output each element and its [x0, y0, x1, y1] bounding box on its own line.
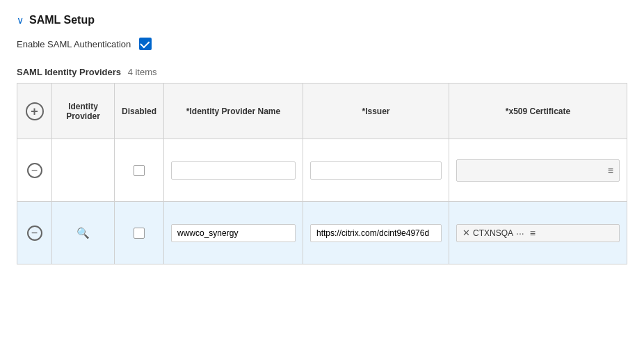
td-cert-2: ✕ CTXNSQA ··· ≡: [449, 202, 627, 264]
table-label-row: SAML Identity Providers 4 items: [17, 67, 627, 77]
td-name-1: [164, 139, 303, 202]
td-disabled-1: [115, 139, 164, 202]
disabled-checkbox-2[interactable]: [134, 228, 145, 239]
td-name-2: [164, 202, 303, 264]
cert-name-label: CTXNSQA: [473, 228, 513, 238]
enable-saml-row: Enable SAML Authentication: [17, 38, 627, 50]
th-cert: *x509 Certificate: [449, 84, 627, 139]
issuer-input-2[interactable]: [310, 224, 442, 242]
td-issuer-1: [303, 139, 449, 202]
remove-row-1-button[interactable]: −: [27, 163, 42, 178]
cert-list-icon-1[interactable]: ≡: [608, 165, 613, 176]
th-issuer: *Issuer: [303, 84, 449, 139]
cert-tag: ✕ CTXNSQA ···: [462, 228, 524, 239]
td-identity-provider-2: 🔍: [52, 202, 115, 264]
td-cert-1: ≡: [449, 139, 627, 202]
td-identity-provider-1: [52, 139, 115, 202]
table-header-row: + Identity Provider Disabled *Identity P…: [17, 84, 627, 139]
table-row: − 🔍 ✕ CTXNSQA ···: [17, 202, 627, 264]
enable-saml-checkbox[interactable]: [139, 38, 152, 50]
remove-row-2-button[interactable]: −: [27, 225, 42, 241]
th-disabled: Disabled: [115, 84, 164, 139]
th-actions: +: [17, 84, 52, 139]
td-issuer-2: [303, 202, 449, 264]
issuer-input-1[interactable]: [310, 161, 442, 180]
cert-list-icon-2[interactable]: ≡: [530, 228, 536, 239]
disabled-checkbox-1[interactable]: [134, 165, 145, 176]
enable-saml-label: Enable SAML Authentication: [17, 39, 131, 49]
items-count: 4 items: [128, 67, 157, 77]
cert-wrapper-2: ✕ CTXNSQA ··· ≡: [456, 224, 620, 242]
add-row-button[interactable]: +: [26, 102, 44, 120]
td-disabled-2: [115, 202, 164, 264]
cert-wrapper-1: ≡: [456, 159, 620, 182]
saml-table: + Identity Provider Disabled *Identity P…: [17, 83, 627, 264]
section-title: SAML Setup: [29, 14, 95, 26]
th-name: *Identity Provider Name: [164, 84, 303, 139]
th-identity-provider: Identity Provider: [52, 84, 115, 139]
name-input-2[interactable]: [171, 224, 296, 242]
table-row: − ≡: [17, 139, 627, 202]
table-section-label: SAML Identity Providers: [17, 67, 121, 77]
cert-more-icon[interactable]: ···: [516, 228, 524, 239]
cert-remove-icon[interactable]: ✕: [462, 228, 470, 238]
name-input-1[interactable]: [171, 161, 296, 180]
search-icon[interactable]: 🔍: [59, 227, 107, 239]
section-header: ∨ SAML Setup: [17, 14, 627, 26]
td-remove-2: −: [17, 202, 52, 264]
chevron-icon[interactable]: ∨: [17, 15, 24, 26]
td-remove-1: −: [17, 139, 52, 202]
